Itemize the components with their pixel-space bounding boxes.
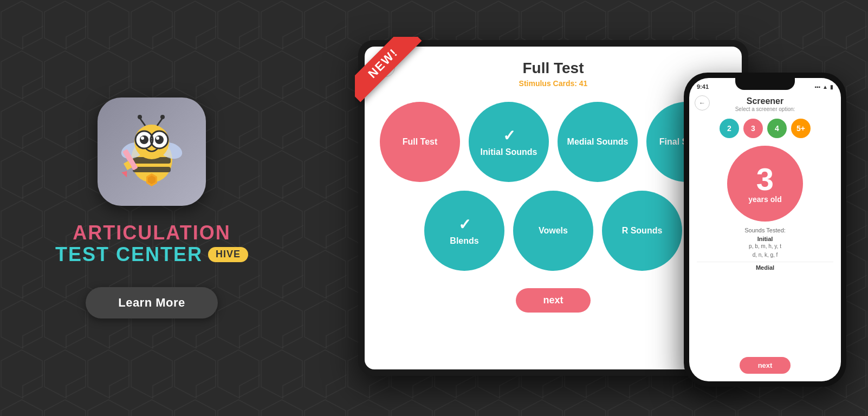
svg-point-20: [138, 115, 142, 119]
phone-header: ← Screener Select a screener option:: [689, 93, 841, 114]
stimulus-cards-label: Stimulus Cards: 41: [519, 79, 588, 88]
age-text: years old: [748, 195, 781, 204]
svg-point-15: [140, 135, 148, 144]
initial-sounds-label: Initial Sounds: [475, 147, 543, 157]
stimulus-count: 41: [579, 79, 588, 88]
circles-row-2: ✓ Blends Vowels R Sounds: [424, 191, 682, 271]
selected-age: 3: [756, 164, 774, 195]
initial-sounds-circle[interactable]: ✓ Initial Sounds: [469, 102, 549, 182]
svg-point-22: [160, 115, 165, 119]
phone-notch: [735, 78, 795, 90]
initial-category-label: Initial: [697, 236, 833, 242]
app-icon: [98, 98, 206, 206]
medial-sounds-circle[interactable]: Medial Sounds: [558, 102, 638, 182]
medial-category-label: Medial: [697, 264, 833, 271]
full-test-circle[interactable]: Full Test: [380, 102, 460, 182]
phone-screen: 9:41 ▪▪▪ ▲ ▮ ← Screener Select a screene…: [689, 78, 841, 381]
circles-row-1: Full Test ✓ Initial Sounds Medial Sounds…: [380, 102, 727, 182]
check-icon-blends: ✓: [458, 216, 471, 233]
svg-line-21: [157, 118, 163, 126]
phone-time: 9:41: [697, 83, 709, 90]
phone-device: 9:41 ▪▪▪ ▲ ▮ ← Screener Select a screene…: [684, 73, 846, 387]
medial-sounds-label: Medial Sounds: [562, 136, 634, 147]
tablet-title: Full Test: [522, 60, 584, 77]
vowels-label: Vowels: [533, 225, 573, 236]
sounds-divider: [697, 262, 833, 262]
blends-circle[interactable]: ✓ Blends: [424, 191, 504, 271]
age-button-4[interactable]: 4: [767, 119, 787, 138]
svg-marker-25: [121, 170, 129, 179]
age-display: 3 years old: [727, 146, 803, 222]
svg-point-16: [155, 135, 164, 144]
vowels-circle[interactable]: Vowels: [513, 191, 593, 271]
age-button-3[interactable]: 3: [743, 119, 763, 138]
r-sounds-circle[interactable]: R Sounds: [602, 191, 682, 271]
age-button-5plus[interactable]: 5+: [791, 119, 811, 138]
hive-badge: hive: [208, 247, 248, 262]
sounds-section: Sounds Tested: Initial p, b, m, h, y, t …: [689, 225, 841, 354]
age-button-2[interactable]: 2: [720, 119, 739, 138]
battery-icon: ▮: [830, 84, 833, 90]
initial-sounds-list-2: d, n, k, g, f: [697, 251, 833, 259]
sounds-tested-label: Sounds Tested:: [697, 227, 833, 233]
svg-point-18: [156, 136, 159, 140]
check-icon-initial: ✓: [503, 127, 515, 145]
left-panel: ARTICULATION TEST CENTER hive Learn More: [33, 98, 271, 318]
svg-point-17: [141, 136, 144, 140]
tablet-back-button[interactable]: ←: [375, 57, 395, 77]
tablet-next-button[interactable]: next: [516, 288, 590, 313]
devices-container: ← Full Test Stimulus Cards: 41 Full Test: [271, 18, 835, 398]
r-sounds-label: R Sounds: [617, 225, 668, 236]
signal-icon: ▪▪▪: [814, 84, 820, 90]
blends-label: Blends: [444, 236, 484, 246]
svg-line-19: [140, 118, 145, 126]
wifi-icon: ▲: [822, 84, 828, 90]
screener-subtitle: Select a screener option:: [735, 106, 795, 112]
tablet-header: ← Full Test Stimulus Cards: 41: [365, 47, 742, 93]
initial-sounds-list: p, b, m, h, y, t: [697, 242, 833, 251]
phone-back-button[interactable]: ←: [695, 95, 710, 110]
phone-next-button[interactable]: next: [740, 357, 791, 374]
learn-more-button[interactable]: Learn More: [86, 287, 218, 318]
screener-title: Screener: [747, 96, 784, 106]
age-buttons-row: 2 3 4 5+: [689, 114, 841, 142]
app-title-line2: TEST CENTER hive: [55, 244, 248, 265]
svg-rect-6: [133, 167, 171, 172]
app-title-line1: ARTICULATION: [73, 222, 230, 244]
